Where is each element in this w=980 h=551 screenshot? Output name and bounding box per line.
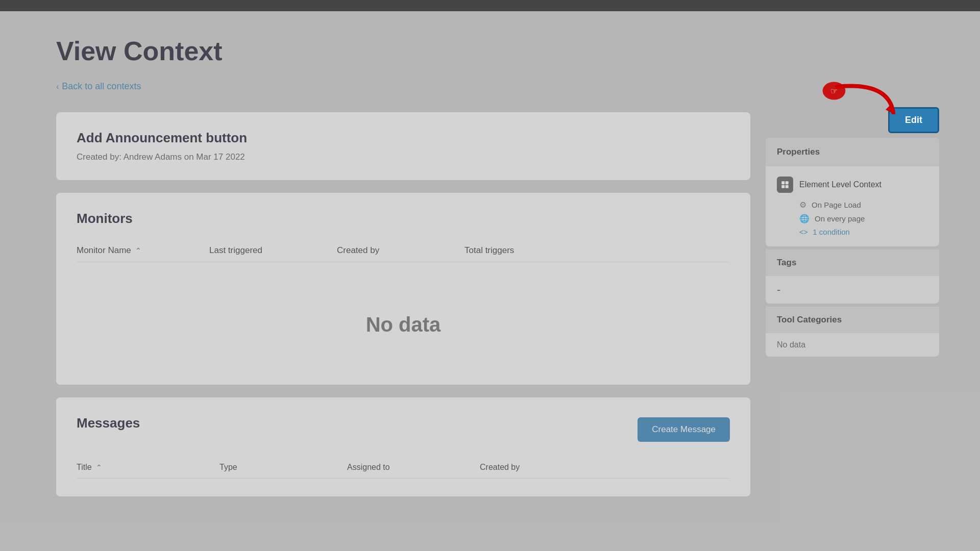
svg-rect-4	[786, 181, 789, 184]
page-wrapper: View Context ‹ Back to all contexts Add …	[0, 0, 980, 551]
announcement-card: Add Announcement button Created by: Andr…	[56, 112, 750, 180]
monitors-no-data: No data	[77, 272, 730, 367]
element-context-icon	[777, 177, 793, 193]
messages-created-by-col: Created by	[480, 463, 520, 472]
title-sort-icon: ⌃	[96, 463, 102, 471]
last-triggered-col: Last triggered	[209, 245, 337, 256]
on-page-load-item: ⚙ On Page Load	[799, 200, 928, 210]
tool-categories-header: Tool Categories	[766, 307, 939, 333]
messages-card: Messages Create Message Title ⌃ Type Ass…	[56, 397, 750, 496]
tool-categories-section: Tool Categories No data	[766, 307, 939, 357]
total-triggers-col: Total triggers	[464, 245, 514, 256]
code-icon: <>	[799, 228, 807, 236]
title-col[interactable]: Title ⌃	[77, 463, 219, 472]
settings-icon: ⚙	[799, 200, 806, 210]
tags-section: Tags -	[766, 249, 939, 304]
right-panel: ☞ Edit Properties	[766, 112, 939, 496]
main-content: View Context ‹ Back to all contexts Add …	[0, 11, 980, 551]
messages-table-header: Title ⌃ Type Assigned to Created by	[77, 457, 730, 479]
top-bar	[0, 0, 980, 11]
properties-header: Properties	[766, 138, 939, 166]
tags-value: -	[766, 276, 939, 304]
content-layout: Add Announcement button Created by: Andr…	[56, 112, 939, 496]
monitors-table-header: Monitor Name ⌃ Last triggered Created by…	[77, 239, 730, 262]
chevron-left-icon: ‹	[56, 82, 59, 91]
monitor-name-col[interactable]: Monitor Name ⌃	[77, 245, 209, 256]
created-by-col: Created by	[337, 245, 464, 256]
tool-categories-no-data: No data	[766, 333, 939, 357]
back-to-all-contexts-link[interactable]: ‹ Back to all contexts	[56, 81, 939, 92]
page-title: View Context	[56, 37, 939, 66]
context-sub-items: ⚙ On Page Load 🌐 On every page <> 1 cond…	[777, 200, 928, 236]
globe-icon: 🌐	[799, 214, 810, 223]
svg-rect-5	[781, 185, 785, 188]
messages-section-title: Messages	[77, 415, 140, 431]
left-panel: Add Announcement button Created by: Andr…	[56, 112, 750, 496]
assigned-to-col: Assigned to	[347, 463, 480, 472]
sort-icon: ⌃	[135, 246, 141, 255]
announcement-meta: Created by: Andrew Adams on Mar 17 2022	[77, 152, 730, 162]
properties-body: Element Level Context ⚙ On Page Load 🌐 O…	[766, 166, 939, 246]
messages-header: Messages Create Message	[77, 415, 730, 444]
edit-button[interactable]: Edit	[888, 107, 939, 133]
tags-header: Tags	[766, 249, 939, 276]
properties-panel: Properties Element Lev	[766, 138, 939, 246]
monitors-section-title: Monitors	[77, 211, 730, 227]
element-context-row: Element Level Context	[777, 177, 928, 193]
svg-rect-3	[781, 181, 785, 184]
on-every-page-item: 🌐 On every page	[799, 214, 928, 223]
element-context-label: Element Level Context	[799, 180, 881, 189]
create-message-button[interactable]: Create Message	[638, 417, 730, 442]
monitors-card: Monitors Monitor Name ⌃ Last triggered C…	[56, 193, 750, 385]
svg-rect-6	[786, 185, 789, 188]
type-col: Type	[219, 463, 347, 472]
condition-link[interactable]: <> 1 condition	[799, 228, 928, 236]
announcement-title: Add Announcement button	[77, 130, 730, 146]
